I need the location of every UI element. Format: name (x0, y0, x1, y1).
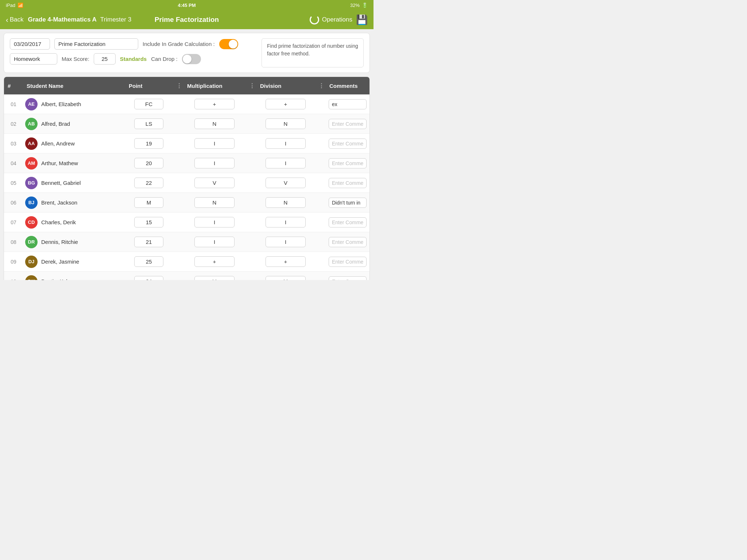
point-input[interactable] (134, 276, 163, 280)
division-input[interactable] (266, 99, 306, 109)
row-point[interactable] (125, 237, 173, 247)
point-input[interactable] (134, 99, 163, 109)
division-input[interactable] (266, 237, 306, 247)
comment-input[interactable] (329, 276, 367, 280)
row-division[interactable] (256, 178, 315, 188)
row-comment[interactable] (326, 178, 369, 188)
point-input[interactable] (134, 158, 163, 168)
row-multiplication[interactable] (183, 118, 245, 129)
division-input[interactable] (266, 197, 306, 208)
comment-input[interactable] (329, 139, 367, 149)
form-area: Include In Grade Calculation : Max Score… (4, 33, 370, 73)
row-multiplication[interactable] (183, 276, 245, 280)
save-icon[interactable]: 💾 (356, 14, 368, 26)
max-score-input[interactable] (94, 53, 116, 65)
division-input[interactable] (266, 178, 306, 188)
point-input[interactable] (134, 118, 163, 129)
row-comment[interactable] (326, 119, 369, 129)
table-row: 02 AB Alfred, Brad (4, 114, 369, 134)
row-multiplication[interactable] (183, 197, 245, 208)
toggle-off[interactable] (182, 54, 201, 64)
back-button[interactable]: ‹ Back (6, 16, 23, 24)
row-point[interactable] (125, 256, 173, 267)
can-drop-toggle[interactable] (182, 54, 201, 64)
row-multiplication[interactable] (183, 237, 245, 247)
division-input[interactable] (266, 276, 306, 280)
division-input[interactable] (266, 118, 306, 129)
multiplication-input[interactable] (194, 138, 235, 149)
row-comment[interactable] (326, 99, 369, 109)
row-point[interactable] (125, 99, 173, 109)
row-multiplication[interactable] (183, 217, 245, 228)
multiplication-input[interactable] (194, 197, 235, 208)
row-comment[interactable] (326, 198, 369, 208)
row-division[interactable] (256, 158, 315, 168)
table-row: 05 BG Bennett, Gabriel (4, 173, 369, 193)
comment-input[interactable] (329, 237, 367, 247)
row-division[interactable] (256, 99, 315, 109)
multiplication-input[interactable] (194, 178, 235, 188)
point-input[interactable] (134, 217, 163, 228)
standards-link[interactable]: Standards (120, 56, 147, 62)
row-point[interactable] (125, 276, 173, 280)
operations-button[interactable]: Operations (310, 15, 352, 24)
row-comment[interactable] (326, 257, 369, 267)
row-multiplication[interactable] (183, 138, 245, 149)
division-input[interactable] (266, 256, 306, 267)
comment-input[interactable] (329, 178, 367, 188)
row-comment[interactable] (326, 158, 369, 168)
row-division[interactable] (256, 237, 315, 247)
division-input[interactable] (266, 217, 306, 228)
multiplication-input[interactable] (194, 217, 235, 228)
point-input[interactable] (134, 237, 163, 247)
row-comment[interactable] (326, 217, 369, 228)
comment-input[interactable] (329, 119, 367, 129)
row-division[interactable] (256, 276, 315, 280)
comment-input[interactable] (329, 158, 367, 168)
row-comment[interactable] (326, 276, 369, 280)
row-point[interactable] (125, 138, 173, 149)
point-input[interactable] (134, 138, 163, 149)
row-point[interactable] (125, 217, 173, 228)
multiplication-input[interactable] (194, 118, 235, 129)
row-comment[interactable] (326, 139, 369, 149)
row-num: 03 (4, 141, 23, 147)
division-input[interactable] (266, 138, 306, 149)
row-division[interactable] (256, 217, 315, 228)
include-grade-toggle[interactable] (219, 39, 238, 49)
comment-input[interactable] (329, 257, 367, 267)
th-point: Point (125, 83, 173, 89)
avatar: AM (25, 157, 38, 170)
multiplication-input[interactable] (194, 276, 235, 280)
row-division[interactable] (256, 197, 315, 208)
student-name: Arthur, Mathew (41, 160, 78, 166)
point-input[interactable] (134, 197, 163, 208)
multiplication-input[interactable] (194, 256, 235, 267)
multiplication-input[interactable] (194, 237, 235, 247)
row-point[interactable] (125, 158, 173, 168)
row-point[interactable] (125, 118, 173, 129)
comment-input[interactable] (329, 99, 367, 109)
assignment-name-input[interactable] (54, 38, 138, 50)
date-input[interactable] (10, 38, 50, 50)
toggle-on[interactable] (219, 39, 238, 49)
row-division[interactable] (256, 118, 315, 129)
row-multiplication[interactable] (183, 178, 245, 188)
row-multiplication[interactable] (183, 99, 245, 109)
row-comment[interactable] (326, 237, 369, 247)
division-input[interactable] (266, 158, 306, 168)
row-point[interactable] (125, 178, 173, 188)
comment-input[interactable] (329, 198, 367, 208)
point-input[interactable] (134, 256, 163, 267)
row-division[interactable] (256, 138, 315, 149)
type-input[interactable] (10, 53, 57, 65)
operations-label: Operations (322, 16, 352, 23)
multiplication-input[interactable] (194, 99, 235, 109)
row-point[interactable] (125, 197, 173, 208)
comment-input[interactable] (329, 217, 367, 228)
row-division[interactable] (256, 256, 315, 267)
row-multiplication[interactable] (183, 256, 245, 267)
multiplication-input[interactable] (194, 158, 235, 168)
row-multiplication[interactable] (183, 158, 245, 168)
point-input[interactable] (134, 178, 163, 188)
